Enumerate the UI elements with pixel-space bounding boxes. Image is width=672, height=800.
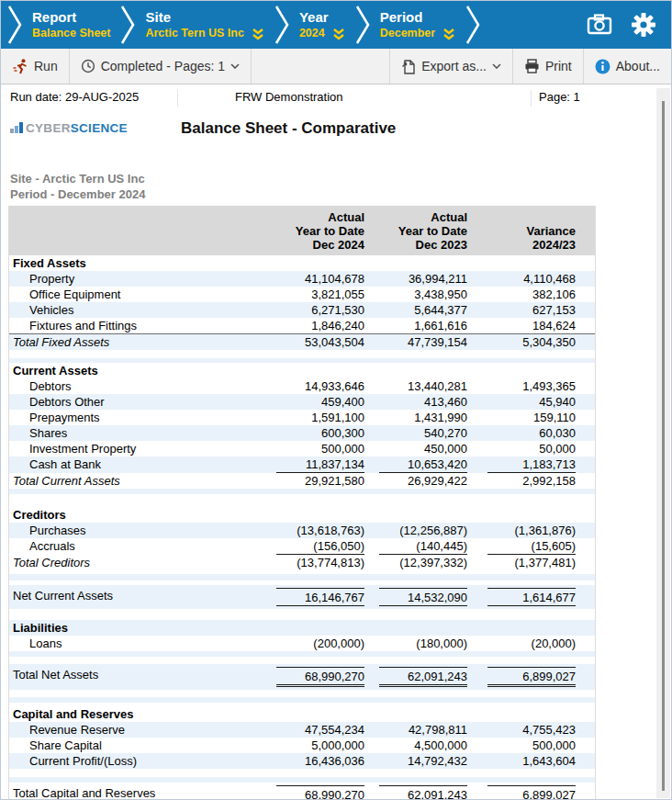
status-dropdown[interactable]: Completed - Pages: 1: [70, 49, 252, 84]
print-button[interactable]: Print: [512, 49, 583, 84]
value-cell: [364, 255, 467, 271]
value-cell: 13,440,281: [364, 378, 467, 394]
line-item-row: Debtors Other459,400413,46045,940: [9, 394, 595, 410]
row-label: Current Profit/(Loss): [9, 753, 263, 769]
value-cell: 1,661,616: [364, 318, 467, 333]
report-set-name: FRW Demonstration: [178, 90, 532, 107]
value-cell: 47,739,154: [364, 334, 467, 350]
crumb-site-value: Arctic Tern US Inc: [145, 26, 243, 41]
value-cell: 413,460: [364, 394, 467, 410]
value-cell: 50,000: [467, 441, 576, 456]
row-label: Liabilities: [9, 620, 263, 636]
status-label: Completed - Pages: 1: [101, 59, 225, 73]
value-cell: [364, 706, 467, 722]
spacer-row: [9, 574, 595, 580]
info-icon: [595, 59, 610, 74]
value-cell: 627,153: [467, 302, 576, 318]
about-button[interactable]: About...: [583, 49, 671, 84]
section-heading-row: Current Assets: [9, 363, 595, 378]
value-cell: [263, 620, 364, 636]
value-cell: (1,361,876): [467, 523, 576, 538]
period-subtitle: Period - December 2024: [10, 186, 671, 202]
chevron-separator: [274, 5, 290, 45]
chevron-separator: [119, 5, 136, 45]
value-cell: [364, 507, 467, 523]
row-label: Capital and Reserves: [9, 706, 263, 722]
double-chevron-down-icon[interactable]: [442, 28, 455, 40]
export-button[interactable]: Export as...: [389, 49, 512, 84]
export-icon: [401, 59, 416, 74]
line-item-row: Investment Property500,000450,00050,000: [9, 441, 595, 456]
value-cell: 1,183,713: [467, 456, 576, 473]
value-cell: (156,050): [263, 538, 364, 555]
row-label: Debtors: [9, 378, 263, 394]
value-cell: (140,445): [364, 538, 467, 555]
line-item-row: Debtors14,933,64613,440,2811,493,365: [9, 378, 595, 394]
value-cell: 184,624: [467, 318, 576, 333]
crumb-report-value: Balance Sheet: [32, 26, 110, 41]
row-label: Revenue Reserve: [9, 722, 263, 738]
line-item-row: Shares600,300540,27060,030: [9, 425, 595, 441]
value-cell: [263, 507, 364, 523]
value-cell: 4,500,000: [364, 738, 467, 753]
row-label: Total Capital and Reserves: [9, 785, 263, 800]
row-label: Debtors Other: [9, 394, 263, 410]
row-label: Net Current Assets: [9, 588, 263, 606]
row-label: Accruals: [9, 538, 263, 555]
total-row: Total Creditors(13,774,813)(12,397,332)(…: [9, 555, 595, 570]
value-cell: 41,104,678: [263, 271, 364, 287]
value-cell: 68,990,270: [263, 785, 364, 800]
spacer-row: [9, 690, 595, 697]
vertical-scrollbar[interactable]: [656, 88, 670, 798]
value-cell: 382,106: [467, 287, 576, 302]
value-cell: 1,493,365: [467, 378, 576, 394]
bar-chart-logo-icon: [10, 122, 23, 135]
double-chevron-down-icon[interactable]: [252, 28, 264, 40]
value-cell: 10,653,420: [364, 456, 467, 473]
value-cell: 2,992,158: [467, 473, 576, 489]
row-label: Prepayments: [9, 410, 263, 425]
clock-icon: [81, 59, 95, 73]
logo-text-blue: SCIENCE: [71, 121, 128, 135]
run-button[interactable]: Run: [1, 49, 70, 84]
crumb-period[interactable]: Period December: [380, 8, 455, 41]
runner-icon: [12, 58, 28, 74]
double-chevron-down-icon[interactable]: [332, 28, 345, 40]
value-cell: 540,270: [364, 425, 467, 441]
value-cell: 1,591,100: [263, 410, 364, 425]
value-cell: 5,000,000: [263, 738, 364, 753]
value-cell: 53,043,504: [263, 334, 364, 350]
crumb-site-label: Site: [145, 8, 263, 26]
cyberscience-logo: CYBERSCIENCE: [10, 121, 128, 135]
value-cell: [467, 507, 576, 523]
section-heading-row: Capital and Reserves: [9, 706, 595, 722]
screenshot-camera-icon[interactable]: [587, 14, 612, 36]
spacer-row: [9, 350, 595, 358]
value-cell: (1,377,481): [467, 555, 576, 570]
crumb-site[interactable]: Site Arctic Tern US Inc: [145, 8, 263, 41]
value-cell: 1,614,677: [467, 588, 576, 606]
value-cell: 62,091,243: [364, 667, 467, 687]
value-cell: [263, 363, 364, 378]
value-cell: 5,644,377: [364, 302, 467, 318]
scrollbar-thumb[interactable]: [662, 101, 665, 791]
column-header-variance: Variance 2024/23: [467, 224, 576, 252]
value-cell: (20,000): [467, 636, 576, 651]
value-cell: 11,837,134: [263, 456, 364, 473]
chevron-separator: [465, 5, 481, 45]
row-label: Fixed Assets: [9, 255, 263, 271]
chevron-separator: [354, 5, 371, 45]
row-label: Share Capital: [9, 738, 263, 753]
value-cell: 16,436,036: [263, 753, 364, 769]
value-cell: 1,846,240: [263, 318, 364, 333]
settings-gear-icon[interactable]: [631, 12, 656, 38]
column-header-ytd-2023: Actual Year to Date Dec 2023: [364, 210, 467, 252]
run-label: Run: [34, 59, 58, 73]
spacer-row: [9, 609, 595, 620]
site-subtitle: Site - Arctic Tern US Inc: [10, 171, 671, 186]
crumb-year[interactable]: Year 2024: [299, 8, 345, 41]
crumb-report[interactable]: Report Balance Sheet: [32, 8, 110, 41]
row-label: Total Fixed Assets: [9, 334, 263, 350]
chevron-separator: [6, 5, 23, 45]
row-label: Total Net Assets: [9, 667, 263, 687]
